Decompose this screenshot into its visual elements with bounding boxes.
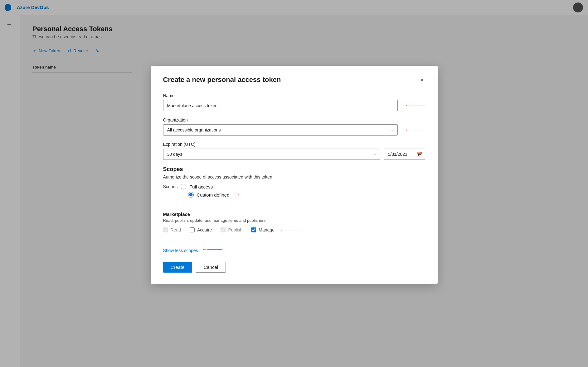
modal-header: Create a new personal access token × — [163, 76, 425, 84]
read-checkbox — [163, 227, 168, 232]
full-access-radio[interactable] — [181, 184, 186, 189]
scopes-section: Scopes Authorize the scope of access ass… — [163, 166, 425, 199]
manage-checkbox[interactable] — [251, 227, 256, 232]
marketplace-section: Marketplace Read, publish, update, and m… — [163, 212, 425, 233]
scopes-title: Scopes — [163, 166, 425, 173]
marketplace-title: Marketplace — [163, 212, 425, 217]
show-scopes-row: Show less scopes ←——— — [163, 245, 425, 253]
organization-field-group: Organization All accessible organization… — [163, 117, 425, 136]
org-arrow-indicator: ←——— — [405, 127, 425, 133]
custom-defined-label: Custom defined — [197, 192, 230, 198]
acquire-permission-item: Acquire — [190, 227, 212, 232]
manage-permission-item: Manage ←——— — [251, 227, 300, 233]
org-label: Organization — [163, 117, 425, 122]
full-access-label: Full access — [189, 184, 213, 189]
scopes-desc: Authorize the scope of access associated… — [163, 174, 425, 179]
name-arrow-indicator: ←——— — [405, 103, 425, 108]
expiration-select[interactable]: 30 days 60 days 90 days Custom — [163, 149, 380, 160]
expiration-row: 30 days 60 days 90 days Custom ⌄ 📅 — [163, 149, 425, 160]
expiration-field-group: Expiration (UTC) 30 days 60 days 90 days… — [163, 142, 425, 160]
expiration-days-wrapper: 30 days 60 days 90 days Custom ⌄ — [163, 149, 380, 160]
name-input[interactable] — [163, 100, 398, 111]
cancel-button[interactable]: Cancel — [196, 262, 226, 273]
full-access-option: Full access — [181, 183, 213, 191]
name-label: Name — [163, 93, 425, 98]
scopes-options: Scopes Full access Custom defined ←——— — [163, 183, 425, 199]
publish-label: Publish — [228, 227, 242, 232]
calendar-icon[interactable]: 📅 — [416, 151, 422, 157]
custom-arrow-indicator: ←——— — [237, 192, 257, 198]
date-input-wrapper: 📅 — [384, 149, 425, 160]
organization-select[interactable]: All accessible organizations — [163, 124, 398, 136]
bottom-divider — [163, 239, 425, 239]
scopes-divider — [163, 205, 425, 205]
scopes-inline-label: Scopes — [163, 184, 178, 189]
manage-arrow-indicator: ←——— — [280, 227, 300, 233]
create-button[interactable]: Create — [163, 262, 192, 273]
show-scopes-arrow-indicator: ←——— — [202, 246, 222, 252]
date-input[interactable] — [388, 152, 416, 157]
show-less-scopes-link[interactable]: Show less scopes — [163, 248, 198, 253]
manage-label: Manage — [259, 227, 275, 232]
create-token-modal: Create a new personal access token × Nam… — [151, 66, 438, 284]
acquire-label: Acquire — [197, 227, 212, 232]
read-label: Read — [171, 227, 181, 232]
custom-defined-radio[interactable] — [188, 192, 194, 198]
publish-permission-item: Publish — [221, 227, 242, 232]
marketplace-desc: Read, publish, update, and manage items … — [163, 218, 425, 223]
acquire-checkbox[interactable] — [190, 227, 195, 232]
name-field-group: Name ←——— — [163, 93, 425, 111]
close-modal-button[interactable]: × — [419, 76, 425, 84]
publish-checkbox — [221, 227, 226, 232]
modal-title: Create a new personal access token — [163, 76, 281, 84]
custom-defined-option: Custom defined ←——— — [188, 191, 257, 199]
expiration-label: Expiration (UTC) — [163, 142, 425, 147]
show-scopes-label: Show less scopes — [163, 248, 198, 253]
read-permission-item: Read — [163, 227, 181, 232]
modal-footer: Create Cancel — [163, 262, 425, 273]
permissions-row: Read Acquire Publish Manage ←——— — [163, 227, 425, 233]
